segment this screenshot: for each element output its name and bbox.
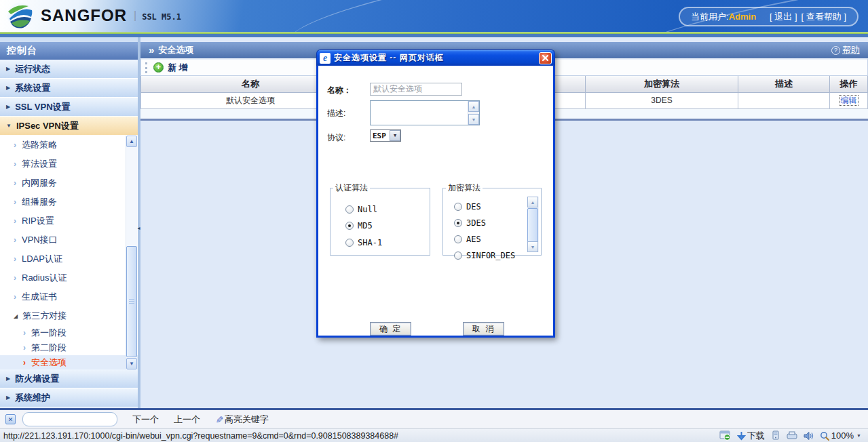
sidebar-scrollbar[interactable]: ▲ ▼	[126, 136, 137, 369]
radio-md5-input[interactable]	[345, 222, 354, 230]
submenu-label: VPN接口	[22, 234, 58, 246]
radio-null-input[interactable]	[345, 205, 354, 214]
protocol-field-label: 协议:	[327, 132, 345, 144]
chevron-small-icon: ›	[14, 292, 16, 302]
find-next-button[interactable]: 下一个	[132, 414, 159, 426]
description-field-label: 描述:	[327, 108, 345, 119]
sidebar-item-sslvpn-settings[interactable]: ▶ SSL VPN设置	[0, 98, 138, 117]
scroll-up-button[interactable]: ▲	[126, 136, 137, 147]
popup-blocker-icon[interactable]	[719, 430, 731, 441]
security-options-dialog: e 安全选项设置 -- 网页对话框 名称： 描述: ▲ ▼ 协议: ESP ▼ …	[316, 49, 555, 338]
submenu-item-generate-cert[interactable]: › 生成证书	[0, 287, 138, 306]
submenu-item-security-options[interactable]: › 安全选项	[0, 355, 138, 369]
radio-sinfor-des[interactable]: SINFOR_DES	[454, 251, 515, 260]
submenu-item-ldap-auth[interactable]: › LDAP认证	[0, 249, 138, 268]
sidebar-item-label: SSL VPN设置	[15, 101, 70, 113]
radio-sha1-input[interactable]	[345, 239, 354, 247]
submenu-item-third-party[interactable]: ◢ 第三方对接	[0, 306, 138, 325]
col-header-description: 描述	[738, 76, 830, 92]
scroll-up-button[interactable]: ▲	[527, 197, 538, 207]
submenu-item-phase1[interactable]: › 第一阶段	[0, 325, 138, 340]
submenu-label: 第三方对接	[22, 310, 67, 322]
view-help-link[interactable]: [ 查看帮助 ]	[801, 11, 846, 23]
status-icons: 下载 100% ▼	[713, 430, 861, 442]
help-link[interactable]: ? 帮助	[831, 44, 860, 56]
radio-sha1[interactable]: SHA-1	[345, 238, 382, 247]
add-new-button[interactable]: + 新 增	[153, 62, 188, 74]
submenu-item-routing-policy[interactable]: › 选路策略	[0, 136, 138, 155]
find-close-button[interactable]: ✕	[5, 414, 16, 424]
radio-label: SHA-1	[358, 238, 382, 247]
radio-md5[interactable]: MD5	[345, 221, 373, 230]
toolbar-grip-handle	[145, 62, 148, 73]
submenu-item-radius-auth[interactable]: › Radius认证	[0, 268, 138, 287]
submenu-item-vpn-interface[interactable]: › VPN接口	[0, 230, 138, 249]
sidebar-item-running-status[interactable]: ▶ 运行状态	[0, 60, 138, 79]
edit-link[interactable]: 编辑	[840, 96, 858, 105]
cancel-button[interactable]: 取 消	[463, 322, 504, 336]
sidebar-item-label: 防火墙设置	[15, 373, 59, 385]
chevron-small-icon: ›	[14, 216, 16, 226]
download-button[interactable]: 下载	[737, 430, 765, 442]
radio-3des-input[interactable]	[454, 219, 462, 227]
sidebar-item-label: 系统维护	[15, 392, 50, 404]
col-header-action: 操作	[830, 76, 868, 92]
radio-label: SINFOR_DES	[466, 251, 515, 260]
find-prev-button[interactable]: 上一个	[174, 414, 200, 426]
dropdown-arrow-icon: ▼	[390, 130, 400, 141]
dialog-close-button[interactable]	[539, 52, 552, 64]
zoom-dropdown-caret-icon[interactable]: ▼	[856, 433, 861, 438]
sidebar-item-label: IPSec VPN设置	[16, 120, 79, 132]
sidebar-title: 控制台	[0, 42, 138, 60]
protocol-select[interactable]: ESP ▼	[370, 129, 401, 142]
page-title: 安全选项	[158, 44, 193, 56]
submenu-item-intranet-services[interactable]: › 内网服务	[0, 174, 138, 193]
zoom-magnifier-icon[interactable]: 100% ▼	[820, 430, 861, 441]
sidebar-item-ipsecvpn-settings[interactable]: ▼ IPSec VPN设置	[0, 117, 138, 136]
radio-aes-input[interactable]	[454, 235, 462, 243]
chevron-small-icon: ›	[14, 254, 16, 264]
printer-icon[interactable]	[787, 431, 797, 440]
scroll-down-button[interactable]: ▼	[527, 241, 538, 252]
radio-3des[interactable]: 3DES	[454, 218, 486, 228]
submenu-item-phase2[interactable]: › 第二阶段	[0, 340, 138, 355]
logout-link[interactable]: [ 退出 ]	[770, 11, 797, 23]
highlight-keywords-button[interactable]: 高亮关键字	[225, 414, 269, 426]
find-input[interactable]	[22, 412, 117, 426]
scroll-up-button[interactable]: ▲	[468, 101, 479, 112]
speaker-icon[interactable]	[804, 431, 814, 441]
submenu-label: Radius认证	[22, 272, 67, 284]
radio-des-input[interactable]	[454, 203, 462, 211]
chevron-small-icon: ›	[14, 159, 16, 169]
submenu-label: 生成证书	[22, 291, 57, 303]
chevron-small-icon: ›	[23, 328, 26, 338]
radio-des[interactable]: DES	[454, 202, 481, 212]
submenu-item-multicast-services[interactable]: › 组播服务	[0, 193, 138, 212]
scroll-down-button[interactable]: ▼	[126, 358, 137, 369]
description-textarea[interactable]: ▲ ▼	[370, 100, 480, 125]
download-label: 下载	[747, 430, 765, 442]
radio-sinfor-des-input[interactable]	[454, 252, 462, 260]
submenu-item-rip-settings[interactable]: › RIP设置	[0, 212, 138, 230]
dialog-titlebar[interactable]: e 安全选项设置 -- 网页对话框	[316, 49, 555, 66]
radio-null[interactable]: Null	[345, 205, 377, 214]
submenu-item-algorithm-settings[interactable]: › 算法设置	[0, 155, 138, 174]
app-header: SANGFOR | SSL M5.1 当前用户: Admin [ 退出 ] [ …	[0, 0, 868, 32]
scrollbar-thumb[interactable]	[126, 246, 137, 357]
submenu-label: 第二阶段	[31, 342, 67, 354]
name-input[interactable]	[370, 83, 462, 96]
sidebar-item-label: 运行状态	[15, 63, 50, 75]
radio-aes[interactable]: AES	[454, 235, 481, 244]
chevron-small-icon: ›	[14, 197, 16, 207]
scroll-down-button[interactable]: ▼	[468, 114, 479, 125]
sidebar: 控制台 ▶ 运行状态 ▶ 系统设置 ▶ SSL VPN设置 ▼ IPSec VP…	[0, 37, 138, 408]
description-scrollbar[interactable]: ▲ ▼	[468, 101, 479, 125]
computer-icon[interactable]	[771, 430, 780, 441]
sidebar-item-system-settings[interactable]: ▶ 系统设置	[0, 79, 138, 98]
submenu-label: 组播服务	[22, 196, 57, 208]
ok-button[interactable]: 确 定	[370, 322, 411, 336]
sidebar-item-firewall-settings[interactable]: ▶ 防火墙设置	[0, 369, 138, 388]
sidebar-item-system-maintenance[interactable]: ▶ 系统维护	[0, 388, 138, 407]
chevron-small-icon: ›	[14, 273, 16, 283]
encryption-list-scrollbar[interactable]: ▲ ▼	[527, 197, 539, 252]
